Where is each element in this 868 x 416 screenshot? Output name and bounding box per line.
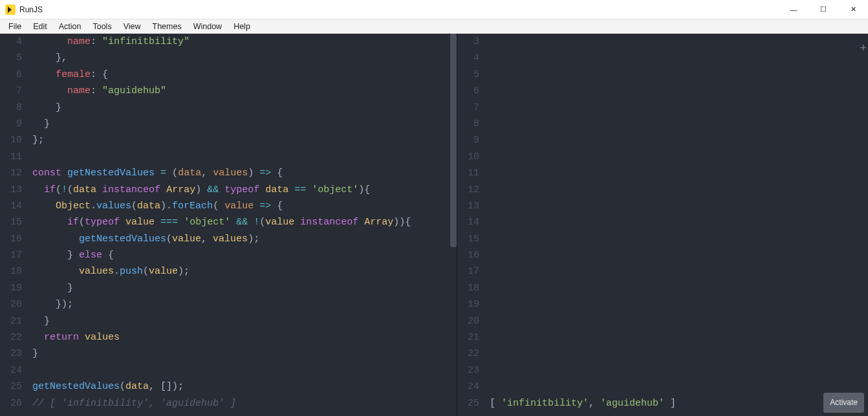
code-gutter: 4567891011121314151617181920212223242526: [0, 34, 28, 416]
line-number: 3: [457, 34, 479, 50]
code-line[interactable]: }: [32, 116, 457, 132]
line-number: 19: [457, 296, 479, 312]
output-line: [490, 132, 868, 148]
output-line: [490, 231, 868, 247]
code-line[interactable]: Object.values(data).forEach( value => {: [32, 198, 457, 214]
code-line[interactable]: }: [32, 100, 457, 116]
code-line[interactable]: getNestedValues(data, []);: [32, 378, 457, 395]
code-line[interactable]: },: [32, 50, 457, 66]
output-line: [490, 116, 868, 132]
line-number: 5: [457, 67, 479, 83]
line-number: 18: [0, 263, 22, 279]
code-line[interactable]: [32, 362, 457, 378]
line-number: 25: [0, 378, 22, 395]
code-line[interactable]: if(typeof value === 'object' && !(value …: [32, 214, 457, 230]
code-line[interactable]: if(!(data instanceof Array) && typeof da…: [32, 182, 457, 198]
code-line[interactable]: });: [32, 296, 457, 312]
code-line[interactable]: getNestedValues(value, values);: [32, 231, 457, 247]
code-line[interactable]: [32, 149, 457, 165]
scrollbar-thumb[interactable]: [450, 34, 457, 247]
output-line: [490, 214, 868, 230]
code-line[interactable]: return values: [32, 329, 457, 345]
line-number: 16: [0, 231, 22, 247]
add-tab-icon[interactable]: +: [860, 43, 867, 54]
line-number: 16: [457, 247, 479, 263]
line-number: 14: [0, 198, 22, 214]
line-number: 8: [0, 100, 22, 116]
line-number: 6: [0, 67, 22, 83]
code-content[interactable]: name: "infinitbility" }, female: { name:…: [28, 34, 457, 416]
editor-area: 4567891011121314151617181920212223242526…: [0, 34, 868, 416]
code-line[interactable]: values.push(value);: [32, 263, 457, 279]
maximize-button[interactable]: ☐: [808, 0, 838, 19]
line-number: 9: [0, 116, 22, 132]
code-line[interactable]: female: {: [32, 67, 457, 83]
line-number: 24: [457, 378, 479, 395]
activate-button[interactable]: Activate: [823, 393, 864, 413]
line-number: 10: [457, 149, 479, 165]
line-number: 23: [0, 345, 22, 362]
line-number: 25: [457, 395, 479, 411]
menu-action[interactable]: Action: [53, 21, 87, 32]
code-editor-pane[interactable]: 4567891011121314151617181920212223242526…: [0, 34, 457, 416]
line-number: 17: [457, 263, 479, 279]
line-number: 15: [0, 214, 22, 230]
line-number: 9: [457, 132, 479, 148]
output-line: [490, 50, 868, 66]
line-number: 21: [0, 313, 22, 329]
minimize-button[interactable]: —: [779, 0, 808, 19]
menu-tools[interactable]: Tools: [87, 21, 117, 32]
menu-help[interactable]: Help: [228, 21, 256, 32]
code-line[interactable]: name: "infinitbility": [32, 34, 457, 50]
line-number: 18: [457, 280, 479, 296]
close-button[interactable]: ✕: [838, 0, 868, 19]
line-number: 26: [0, 395, 22, 411]
line-number: 13: [0, 182, 22, 198]
menu-view[interactable]: View: [118, 21, 147, 32]
menu-edit[interactable]: Edit: [27, 21, 53, 32]
line-number: 11: [0, 149, 22, 165]
output-line: [490, 313, 868, 329]
line-number: 12: [457, 182, 479, 198]
output-line: [490, 100, 868, 116]
line-number: 19: [0, 280, 22, 296]
line-number: 6: [457, 83, 479, 99]
code-line[interactable]: } else {: [32, 247, 457, 263]
code-line[interactable]: }: [32, 313, 457, 329]
line-number: 20: [0, 296, 22, 312]
line-number: 5: [0, 50, 22, 66]
line-number: 7: [457, 100, 479, 116]
output-line: [490, 182, 868, 198]
output-line: [490, 296, 868, 312]
code-line[interactable]: name: "aguidehub": [32, 83, 457, 99]
code-line[interactable]: }: [32, 280, 457, 296]
line-number: 24: [0, 362, 22, 378]
window-controls: — ☐ ✕: [779, 0, 868, 19]
menubar: File Edit Action Tools View Themes Windo…: [0, 19, 868, 34]
menu-file[interactable]: File: [3, 21, 27, 32]
line-number: 14: [457, 214, 479, 230]
output-line: [490, 247, 868, 263]
line-number: 13: [457, 198, 479, 214]
output-pane: 345678910111213141516171819202122232425 …: [457, 34, 868, 416]
output-line: [490, 149, 868, 165]
output-line: [490, 329, 868, 345]
output-line: [490, 280, 868, 296]
titlebar: RunJS — ☐ ✕: [0, 0, 868, 19]
line-number: 23: [457, 362, 479, 378]
menu-themes[interactable]: Themes: [147, 21, 188, 32]
app-title: RunJS: [19, 5, 43, 14]
line-number: 15: [457, 231, 479, 247]
code-line[interactable]: const getNestedValues = (data, values) =…: [32, 165, 457, 181]
output-line: [490, 83, 868, 99]
output-content: [ 'infinitbility', 'aguidehub' ]: [486, 34, 868, 416]
code-line[interactable]: }: [32, 345, 457, 362]
code-line[interactable]: // [ 'infinitbility', 'aguidehub' ]: [32, 395, 457, 411]
titlebar-left: RunJS: [0, 5, 43, 15]
line-number: 8: [457, 116, 479, 132]
line-number: 12: [0, 165, 22, 181]
line-number: 4: [457, 50, 479, 66]
line-number: 21: [457, 329, 479, 345]
code-line[interactable]: };: [32, 132, 457, 148]
menu-window[interactable]: Window: [188, 21, 228, 32]
